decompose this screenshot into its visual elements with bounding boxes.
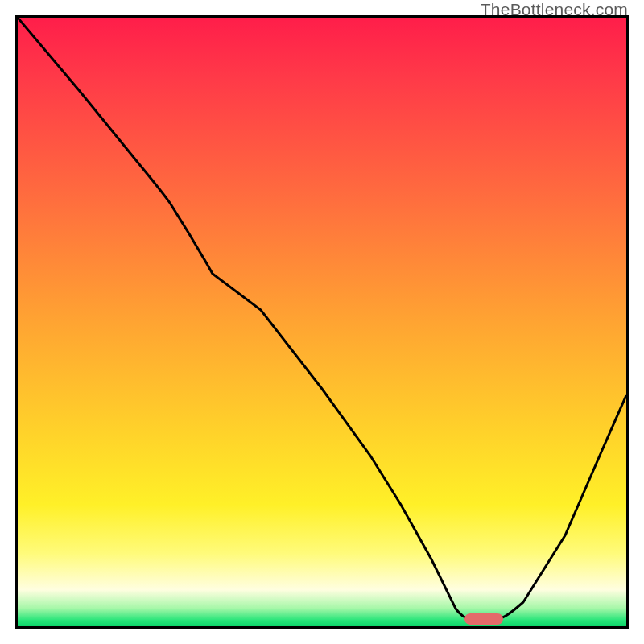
plot-area bbox=[15, 15, 629, 629]
curve-layer bbox=[18, 18, 626, 626]
optimal-marker bbox=[464, 613, 503, 625]
bottleneck-curve bbox=[18, 18, 626, 620]
chart-container: TheBottleneck.com bbox=[0, 0, 644, 644]
